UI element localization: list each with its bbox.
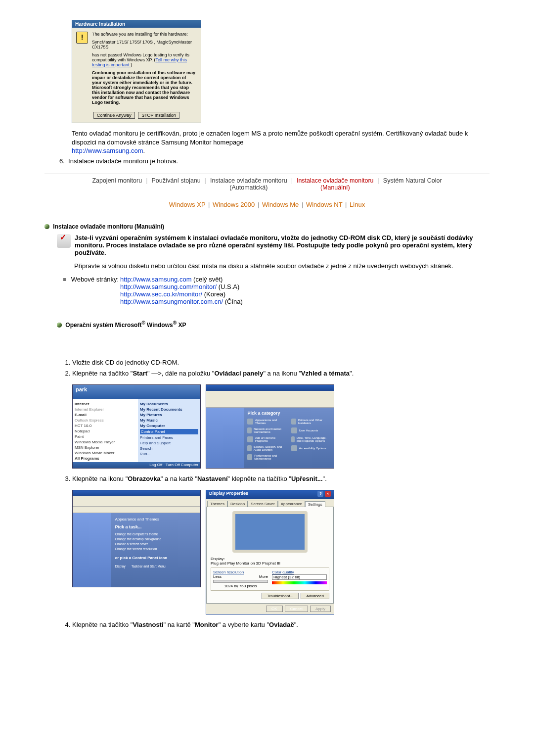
sm-email: E-mail bbox=[75, 413, 136, 417]
instruction-list: Vložte disk CD do jednotky CD-ROM. Klepn… bbox=[63, 358, 490, 378]
section-os-xp: Operační systém Microsoft® Windows® XP bbox=[57, 320, 490, 329]
section-manual-install: Instalace ovladače monitoru (Manuální) bbox=[44, 223, 490, 230]
at-task3: Choose a screen saver bbox=[115, 542, 196, 546]
dp-advanced-button: Advanced bbox=[301, 593, 329, 599]
divider bbox=[44, 174, 490, 174]
cp-title bbox=[206, 385, 334, 391]
link-linux[interactable]: Linux bbox=[350, 201, 365, 208]
tab-natural-color[interactable]: Systém Natural Color bbox=[383, 177, 442, 191]
at-crumb: Appearance and Themes bbox=[115, 517, 196, 521]
notice-box: Jste-li vyzváni operačním systémem k ins… bbox=[57, 234, 490, 256]
dp-troubleshoot-button: Troubleshoot... bbox=[262, 593, 299, 599]
sm-wmm: Windows Movie Maker bbox=[75, 451, 136, 455]
startmenu-screenshot: park Internet Internet Explorer E-mail O… bbox=[72, 384, 201, 469]
bullet-icon bbox=[57, 323, 62, 328]
at-orpick: or pick a Control Panel icon bbox=[115, 556, 196, 560]
help-icon: ? bbox=[317, 491, 323, 497]
sm-paint: Paint bbox=[75, 434, 136, 439]
link-winnt[interactable]: Windows NT bbox=[306, 201, 342, 208]
sm-shutdown: Turn Off Computer bbox=[166, 463, 198, 467]
dp-display-label: Display: bbox=[211, 557, 329, 561]
sm-help: Help and Support bbox=[140, 441, 198, 445]
warn-device: SyncMaster 171S/ 175S/ 170S , MagicSyncM… bbox=[92, 40, 197, 49]
instr-3: Klepněte na ikonu "Obrazovka" a na kartě… bbox=[72, 474, 490, 483]
link-samsung-world[interactable]: http://www.samsung.com bbox=[120, 276, 192, 283]
section-nav: Zapojení monitoru | Používání stojanu | … bbox=[44, 177, 490, 191]
warning-icon: ! bbox=[76, 32, 88, 44]
dp-cq-label: Color quality bbox=[272, 570, 327, 574]
prepare-paragraph: Připravte si volnou disketu nebo určitou… bbox=[74, 262, 490, 270]
sm-recent: My Recent Documents bbox=[140, 407, 198, 412]
link-winxp[interactable]: Windows XP bbox=[169, 201, 205, 208]
controlpanel-screenshot: Pick a category Appearance and Themes Pr… bbox=[206, 384, 334, 469]
appearance-themes-screenshot: Appearance and Themes Pick a task... Cha… bbox=[72, 490, 201, 587]
samsung-home-link[interactable]: http://www.samsung.com bbox=[72, 147, 143, 154]
bullet-icon bbox=[44, 224, 49, 229]
instr-4: Klepněte na tlačítko "Vlastnosti" na kar… bbox=[72, 620, 490, 629]
link-samsung-usa[interactable]: http://www.samsung.com/monitor/ bbox=[120, 283, 217, 290]
at-task2: Change the desktop background bbox=[115, 537, 196, 541]
sm-mymusic: My Music bbox=[140, 418, 198, 423]
sm-allprogs: All Programs bbox=[75, 456, 136, 461]
dp-tab-desktop: Desktop bbox=[227, 501, 248, 507]
warn-line1: The software you are installing for this… bbox=[92, 32, 197, 37]
at-icon-display: Display bbox=[115, 565, 125, 568]
small-bullet-icon bbox=[63, 278, 66, 281]
cp-cat-sound: Sounds, Speech, and Audio Devices bbox=[247, 445, 287, 451]
dp-res-label: Screen resolution bbox=[213, 570, 268, 574]
link-winme[interactable]: Windows Me bbox=[262, 201, 299, 208]
dp-tab-themes: Themes bbox=[207, 501, 227, 507]
sm-mycomp: My Computer bbox=[140, 424, 198, 428]
startmenu-user: park bbox=[73, 385, 200, 399]
dp-tab-settings: Settings bbox=[305, 501, 325, 507]
dialog-title: Hardware Installation bbox=[72, 20, 201, 28]
stop-installation-button[interactable]: STOP Installation bbox=[138, 112, 179, 119]
dp-res-value: 1024 by 768 pixels bbox=[213, 584, 268, 588]
tab-wiring[interactable]: Zapojení monitoru bbox=[92, 177, 142, 191]
display-properties-screenshot: Display Properties ? × Themes Desktop Sc… bbox=[206, 490, 334, 614]
at-task1: Change the computer's theme bbox=[115, 532, 196, 536]
at-icon-taskbar: Taskbar and Start Menu bbox=[132, 565, 166, 568]
close-icon: × bbox=[325, 491, 331, 497]
sm-msn: MSN Explorer bbox=[75, 445, 136, 450]
sm-printers: Printers and Faxes bbox=[140, 435, 198, 440]
cp-cat-printers: Printers and Other Hardware bbox=[291, 419, 331, 425]
dp-tab-screensaver: Screen Saver bbox=[248, 501, 277, 507]
cp-cat-perf: Performance and Maintenance bbox=[247, 454, 287, 460]
color-strip-icon bbox=[272, 581, 327, 584]
hardware-installation-dialog: Hardware Installation ! The software you… bbox=[72, 20, 201, 123]
notice-icon bbox=[57, 234, 71, 248]
os-links: Windows XP | Windows 2000 | Windows Me |… bbox=[44, 201, 490, 208]
instruction-list-cont: Klepněte na ikonu "Obrazovka" a na kartě… bbox=[63, 474, 490, 483]
weblinks: Webové stránky: http://www.samsung.com (… bbox=[63, 276, 490, 305]
warn-logo: has not passed Windows Logo testing to v… bbox=[92, 52, 197, 67]
sm-mypics: My Pictures bbox=[140, 413, 198, 417]
link-samsung-china[interactable]: http://www.samsungmonitor.com.cn/ bbox=[120, 298, 223, 305]
weblinks-label: Webové stránky: bbox=[71, 276, 119, 283]
warn-bold: Continuing your installation of this sof… bbox=[92, 70, 197, 105]
at-picktask: Pick a task... bbox=[115, 524, 196, 529]
sm-wmp: Windows Media Player bbox=[75, 440, 136, 444]
tab-stand[interactable]: Používání stojanu bbox=[151, 177, 200, 191]
dp-apply-button: Apply bbox=[310, 606, 331, 612]
monitor-preview-icon bbox=[232, 511, 308, 553]
sm-search: Search bbox=[140, 446, 198, 451]
resolution-slider bbox=[213, 580, 268, 583]
tab-driver-manual[interactable]: Instalace ovladače monitoru (Manuální) bbox=[297, 177, 374, 191]
dp-cq-value: Highest (32 bit) bbox=[272, 574, 327, 580]
sm-mydocs: My Documents bbox=[140, 402, 198, 406]
dp-cancel-button: Cancel bbox=[285, 606, 308, 612]
sm-internet: Internet bbox=[75, 402, 136, 406]
dp-tab-appearance: Appearance bbox=[278, 501, 305, 507]
sm-notepad: Notepad bbox=[75, 429, 136, 433]
step6: 6. Instalace ovladače monitoru je hotova… bbox=[59, 157, 490, 165]
link-sec-korea[interactable]: http://www.sec.co.kr/monitor/ bbox=[120, 290, 202, 298]
instr-1: Vložte disk CD do jednotky CD-ROM. bbox=[72, 358, 490, 367]
tab-driver-auto[interactable]: Instalace ovladače monitoru (Automatická… bbox=[210, 177, 287, 191]
dp-display-value: Plug and Play Monitor on 3D Prophet III bbox=[211, 561, 329, 566]
link-win2000[interactable]: Windows 2000 bbox=[213, 201, 255, 208]
continue-anyway-button[interactable]: Continue Anyway bbox=[93, 112, 135, 119]
sm-controlpanel: Control Panel bbox=[140, 429, 198, 434]
cp-pick: Pick a category bbox=[247, 411, 331, 416]
dp-title: Display Properties bbox=[209, 491, 248, 499]
